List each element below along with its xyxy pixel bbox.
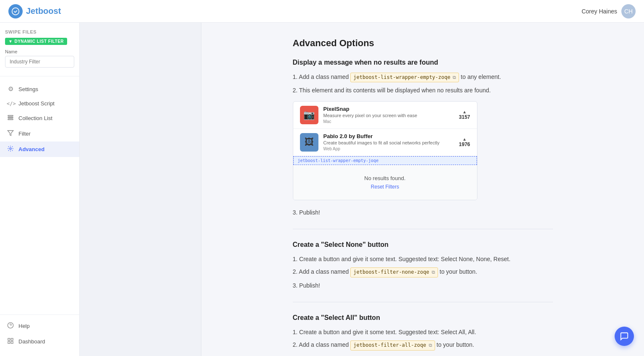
code-class-select-none[interactable]: jetboost-filter-none-zoqe ⧉ [350,267,438,277]
sidebar-item-collection-list[interactable]: Collection List [0,110,79,126]
main-content: Advanced Options Display a message when … [201,23,644,356]
preview-no-results: 📷 PixelSnap Measure every pixel on your … [293,101,477,200]
preview-count-pixelsnap: ▲ 3157 [459,110,470,120]
sidebar-item-label: Help [18,323,30,329]
middle-panel [80,23,201,356]
svg-rect-3 [8,119,13,120]
page-title: Advanced Options [293,38,553,49]
user-name: Corey Haines [581,8,617,15]
preview-highlight-class: jetboost-list-wrapper-empty-joqe [293,156,477,165]
preview-name-pablo: Pablo 2.0 by Buffer [323,133,454,139]
avatar: CH [621,4,636,18]
preview-name: PixelSnap [323,106,454,112]
svg-point-5 [10,148,11,149]
sidebar-badge: ▼ DYNAMIC LIST FILTER [5,38,67,45]
section-heading-select-all: Create a "Select All" button [293,314,553,322]
instruction-2-no-results: 2. This element and its contents will be… [293,86,553,95]
instruction-3-no-results: 3. Publish! [293,208,553,217]
name-input[interactable] [5,56,74,68]
preview-empty-state: No results found. Reset Filters [293,165,477,200]
sidebar-item-label: Settings [18,86,38,92]
instruction-1-select-none: 1. Create a button and give it some text… [293,254,553,264]
preview-item-pablo: 🖼 Pablo 2.0 by Buffer Create beautiful i… [293,129,477,156]
section-select-all: Create a "Select All" button 1. Create a… [293,314,553,356]
sidebar-item-label: Collection List [18,115,52,121]
code-icon: </> [7,101,14,107]
sidebar-item-settings[interactable]: ⚙ Settings [0,81,79,97]
preview-tag: Mac [323,119,454,124]
preview-tag-pablo: Web App [323,147,454,151]
section-heading-no-results: Display a message when no results are fo… [293,59,553,66]
section-select-none: Create a "Select None" button 1. Create … [293,241,553,290]
preview-thumb-pixelsnap: 📷 [300,106,318,124]
copy-icon-3[interactable]: ⧉ [429,342,432,349]
svg-marker-4 [8,131,13,136]
svg-point-0 [12,8,19,15]
sidebar-section-label: Swipe Files [5,29,74,34]
sidebar-item-label: Dashboard [18,338,45,345]
sidebar-nav: ⚙ Settings </> Jetboost Script Collectio… [0,80,79,314]
help-icon [7,322,14,330]
instruction-2-select-all: 2. Add a class named jetboost-filter-all… [293,340,553,350]
upvote-count-pablo: 1976 [459,141,470,147]
upvote-arrow-pablo: ▲ [462,137,467,141]
dashboard-icon [7,338,14,346]
instruction-3-select-none: 3. Publish! [293,281,553,290]
sidebar: Swipe Files ▼ DYNAMIC LIST FILTER Name ⚙… [0,23,80,356]
svg-rect-10 [11,341,13,343]
section-no-results: Display a message when no results are fo… [293,59,553,217]
instruction-1-no-results: 1. Add a class named jetboost-list-wrapp… [293,72,553,82]
topbar: Jetboost Corey Haines CH [0,0,644,23]
instruction-2-select-none: 2. Add a class named jetboost-filter-non… [293,267,553,277]
svg-rect-2 [8,117,13,118]
sidebar-bottom: Help Dashboard [0,314,79,349]
upvote-arrow: ▲ [462,110,467,114]
sidebar-item-label: Advanced [18,146,44,152]
sidebar-item-advanced[interactable]: Advanced [0,141,79,157]
settings-icon: ⚙ [7,85,14,93]
filter-icon [7,130,14,138]
preview-item-pixelsnap: 📷 PixelSnap Measure every pixel on your … [293,102,477,129]
preview-info-pixelsnap: PixelSnap Measure every pixel on your sc… [323,106,454,124]
logo-icon [8,4,23,18]
name-field-label: Name [5,49,74,54]
section-heading-select-none: Create a "Select None" button [293,241,553,249]
code-class-select-all[interactable]: jetboost-filter-all-zoqe ⧉ [350,340,435,350]
content-area: Advanced Options Display a message when … [276,23,570,356]
code-class-no-results[interactable]: jetboost-list-wrapper-empty-zoqe ⧉ [350,73,459,82]
svg-rect-1 [8,115,13,116]
chat-button[interactable] [615,327,634,346]
sidebar-item-help[interactable]: Help [0,318,79,334]
logo-text: Jetboost [26,6,61,16]
preview-thumb-pablo: 🖼 [300,133,318,152]
preview-count-pablo: ▲ 1976 [459,137,470,147]
sidebar-item-jetboost-script[interactable]: </> Jetboost Script [0,97,79,110]
instruction-3-select-all: 3. Publish! [293,354,553,356]
sidebar-item-filter[interactable]: Filter [0,126,79,141]
copy-icon-1[interactable]: ⧉ [453,74,456,81]
advanced-icon [7,145,14,153]
instruction-1-select-all: 1. Create a button and give it some text… [293,327,553,337]
preview-desc-pablo: Create beautiful images to fit all socia… [323,140,454,145]
sidebar-item-dashboard[interactable]: Dashboard [0,334,79,349]
divider-2 [293,302,553,302]
upvote-count: 3157 [459,114,470,120]
divider-1 [293,229,553,229]
preview-desc: Measure every pixel on your screen with … [323,113,454,118]
user-menu[interactable]: Corey Haines CH [581,4,636,18]
reset-filters-link[interactable]: Reset Filters [300,184,470,190]
empty-text: No results found. [300,175,470,181]
preview-info-pablo: Pablo 2.0 by Buffer Create beautiful ima… [323,133,454,151]
svg-rect-7 [8,338,10,340]
sidebar-divider [0,76,79,76]
sidebar-item-label: Jetboost Script [18,100,55,107]
preview-inner: 📷 PixelSnap Measure every pixel on your … [293,102,477,200]
list-icon [7,114,14,122]
sidebar-section-top: Swipe Files ▼ DYNAMIC LIST FILTER Name [0,29,79,73]
sidebar-item-label: Filter [18,131,31,137]
logo[interactable]: Jetboost [8,4,61,18]
copy-icon-2[interactable]: ⧉ [432,269,435,276]
badge-text: DYNAMIC LIST FILTER [14,39,64,44]
filter-icon: ▼ [8,39,13,44]
svg-rect-8 [11,338,13,340]
